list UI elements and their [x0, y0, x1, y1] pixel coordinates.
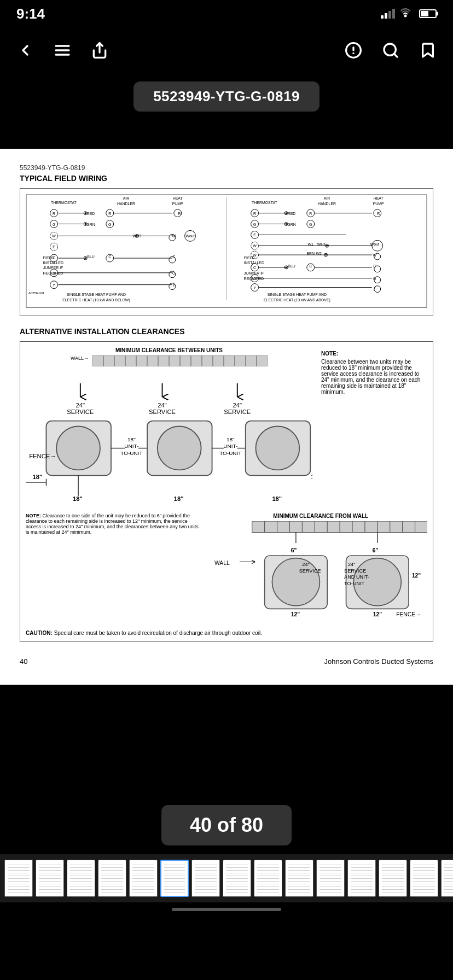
svg-point-39 [136, 235, 138, 237]
svg-text:G: G [108, 223, 111, 226]
svg-text:PUMP: PUMP [373, 202, 384, 206]
svg-text:SERVICE: SERVICE [224, 409, 251, 415]
doc-small-id: 5523949-YTG-G-0819 [20, 164, 433, 172]
list-button[interactable] [54, 42, 71, 63]
svg-text:AIR: AIR [324, 196, 330, 200]
from-wall-section: MINIMUM CLEARANCE FROM WALL [214, 513, 427, 623]
svg-text:6": 6" [291, 547, 297, 553]
svg-line-9 [394, 54, 397, 57]
svg-point-31 [85, 223, 86, 225]
thumbnail-14[interactable] [410, 860, 438, 897]
svg-text:UNIT-: UNIT- [223, 444, 237, 450]
thumbnail-12[interactable] [347, 860, 376, 897]
svg-text:R: R [108, 212, 111, 215]
thumbnail-15[interactable] [441, 860, 453, 897]
svg-text:INSTALLED: INSTALLED [244, 261, 264, 265]
svg-text:12": 12" [291, 611, 299, 617]
svg-text:G: G [253, 223, 256, 226]
svg-point-221 [272, 558, 320, 605]
svg-text:R: R [53, 212, 55, 215]
thumbnail-9[interactable] [254, 860, 282, 897]
doc-footer: 40 Johnson Controls Ducted Systems [20, 653, 433, 666]
svg-text:24": 24" [348, 562, 355, 567]
status-icons [381, 8, 437, 20]
svg-text:C: C [253, 266, 256, 270]
svg-text:24": 24" [76, 402, 85, 409]
svg-text:BLU: BLU [288, 264, 295, 268]
svg-text:ELECTRIC HEAT (10 kW AND BELOW: ELECTRIC HEAT (10 kW AND BELOW) [62, 298, 130, 302]
thumbnail-11[interactable] [316, 860, 345, 897]
svg-text:FENCE→: FENCE→ [396, 611, 421, 617]
svg-point-128 [286, 266, 287, 268]
page-counter-pill: 40 of 80 [161, 805, 292, 845]
svg-text:Y: Y [53, 283, 55, 287]
svg-text:C: C [309, 264, 312, 268]
caution-text: Special care must be taken to avoid reci… [54, 630, 262, 636]
clearance-between-units: MINIMUM CLEARANCE BETWEEN UNITS WALL→ [26, 347, 427, 509]
svg-point-189 [255, 427, 299, 470]
svg-text:HEAT: HEAT [173, 196, 183, 200]
svg-text:SINGLE STAGE HEAT PUMP AND: SINGLE STAGE HEAT PUMP AND [67, 293, 126, 296]
thumbnail-1[interactable] [4, 860, 33, 897]
note2-title: NOTE: [26, 513, 41, 518]
thumbnail-13[interactable] [379, 860, 407, 897]
svg-text:UNIT-: UNIT- [124, 444, 138, 450]
svg-text:AND UNIT-: AND UNIT- [344, 574, 369, 580]
svg-text:SERVICE: SERVICE [67, 409, 94, 415]
svg-text:RED: RED [87, 212, 95, 215]
from-wall-svg: 6" 6" WALL 24" SERVICE 24" SERVICE [214, 521, 427, 621]
clearance-note-title: NOTE: [321, 351, 424, 357]
thumbnail-3[interactable] [67, 860, 95, 897]
mid-spacer [0, 685, 453, 794]
thumbnail-8[interactable] [223, 860, 251, 897]
bookmark-button[interactable] [419, 42, 437, 63]
svg-text:E: E [253, 233, 256, 237]
svg-text:GRN: GRN [86, 223, 95, 226]
svg-text:G: G [53, 223, 55, 226]
svg-text:GRN: GRN [287, 223, 295, 226]
thumbnail-strip[interactable] [0, 854, 453, 902]
clearance-note: NOTE: Clearance between two units may be… [318, 347, 427, 509]
thumbnail-7[interactable] [191, 860, 220, 897]
back-button[interactable] [16, 42, 34, 63]
svg-text:18": 18" [32, 474, 42, 480]
svg-point-0 [405, 15, 406, 16]
svg-text:THERMOSTAT: THERMOSTAT [252, 201, 278, 205]
battery-icon [419, 9, 437, 18]
svg-text:R: R [178, 212, 181, 215]
wiring-svg: THERMOSTAT AIR HANDLER HEAT PUMP R RED R… [26, 194, 427, 308]
svg-text:SERVICE: SERVICE [299, 568, 321, 574]
thumbnail-6-active[interactable] [160, 860, 189, 897]
note2-section: NOTE: Clearance to one side of the unit … [26, 513, 209, 623]
thumbnail-10[interactable] [285, 860, 313, 897]
svg-text:18": 18" [311, 474, 312, 480]
svg-text:18": 18" [127, 436, 136, 442]
search-button[interactable] [382, 42, 399, 63]
svg-text:PUMP: PUMP [172, 202, 183, 206]
page-counter-area: 40 of 80 [0, 794, 453, 854]
svg-text:RED: RED [288, 212, 296, 215]
ac-units-svg: 24" SERVICE 24" SERVICE 24" SERVICE 18" … [26, 370, 312, 506]
wall-slots-top: WALL→ [26, 355, 312, 366]
svg-text:18": 18" [226, 436, 235, 442]
section1-title: TYPICAL FIELD WIRING [20, 174, 433, 183]
thumbnail-2[interactable] [36, 860, 64, 897]
svg-point-182 [158, 427, 201, 470]
annotate-button[interactable] [345, 42, 362, 63]
thumbnail-5[interactable] [129, 860, 158, 897]
svg-text:18": 18" [73, 495, 83, 502]
clearance-left-section: MINIMUM CLEARANCE BETWEEN UNITS WALL→ [26, 347, 312, 509]
svg-text:E: E [53, 245, 55, 249]
clearance-between-label: MINIMUM CLEARANCE BETWEEN UNITS [26, 347, 312, 353]
thumbnail-4[interactable] [98, 860, 126, 897]
svg-text:REQUIRED: REQUIRED [43, 271, 63, 276]
svg-text:24": 24" [158, 402, 166, 409]
share-button[interactable] [91, 42, 108, 63]
note2-text: Clearance to one side of the unit may be… [26, 513, 199, 535]
document-title: 5523949-YTG-G-0819 [153, 88, 300, 104]
svg-text:SERVICE: SERVICE [149, 409, 176, 415]
clearance-diagram: MINIMUM CLEARANCE BETWEEN UNITS WALL→ [20, 341, 433, 642]
svg-text:A0556-001: A0556-001 [28, 291, 45, 295]
svg-text:FENCE→: FENCE→ [29, 453, 56, 459]
clearance-note-text: Clearance between two units may be reduc… [321, 359, 424, 395]
